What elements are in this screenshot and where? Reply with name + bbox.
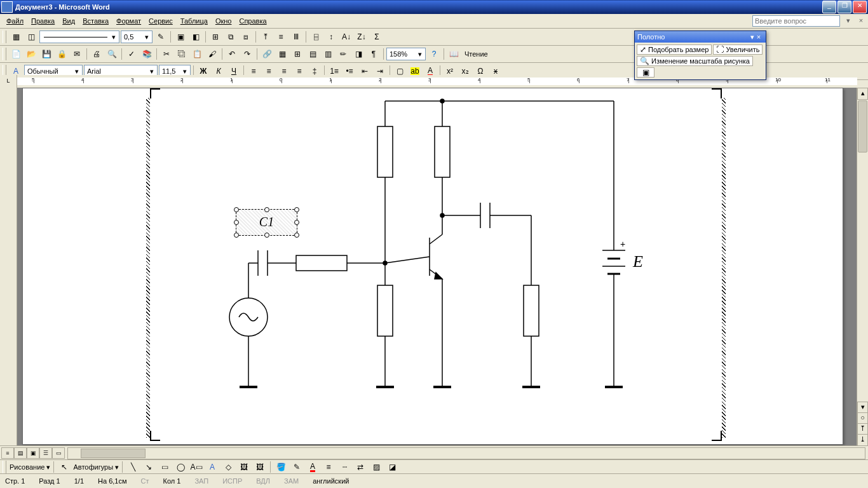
border-color-icon[interactable]: ✎ xyxy=(154,30,168,44)
zoom-combo[interactable]: 158%▾ xyxy=(386,48,426,60)
merge-cells-icon[interactable]: ⧉ xyxy=(224,30,238,44)
show-marks-icon[interactable]: ¶ xyxy=(367,47,381,61)
save-icon[interactable]: 💾 xyxy=(39,47,53,61)
dash-style-icon[interactable]: ┄ xyxy=(337,460,351,474)
minimize-button[interactable]: _ xyxy=(822,1,836,13)
draw-table-icon[interactable]: ▦ xyxy=(9,30,23,44)
undo-icon[interactable]: ↶ xyxy=(225,47,239,61)
picture-icon[interactable]: 🖼 xyxy=(253,460,267,474)
drawing-icon[interactable]: ✏ xyxy=(336,47,350,61)
status-ovr[interactable]: ЗАМ xyxy=(283,477,300,485)
toolbar-grip[interactable] xyxy=(3,48,6,60)
menu-format[interactable]: Формат xyxy=(112,16,145,26)
vertical-scrollbar[interactable]: ▴ ▾ ○ ⤒ ⤓ xyxy=(857,88,868,446)
menu-file[interactable]: Файл xyxy=(3,16,27,26)
normal-view-icon[interactable]: ≡ xyxy=(1,447,14,459)
scroll-up-icon[interactable]: ▴ xyxy=(857,88,868,100)
redo-icon[interactable]: ↷ xyxy=(240,47,254,61)
menu-edit[interactable]: Правка xyxy=(27,16,58,26)
text-direction-icon[interactable]: ↕ xyxy=(324,30,338,44)
textbox-tool-icon[interactable]: A▭ xyxy=(189,460,203,474)
close-button[interactable]: ✕ xyxy=(853,1,867,13)
ruler-corner[interactable]: L xyxy=(0,75,17,88)
3d-icon[interactable]: ◪ xyxy=(385,460,399,474)
scroll-thumb[interactable] xyxy=(858,100,867,152)
reading-label[interactable]: Чтение xyxy=(462,50,491,58)
format-painter-icon[interactable]: 🖌 xyxy=(205,47,219,61)
cut-icon[interactable]: ✂ xyxy=(159,47,173,61)
oval-tool-icon[interactable]: ◯ xyxy=(173,460,187,474)
status-rec[interactable]: ЗАП xyxy=(193,477,210,485)
line-style-icon[interactable]: ≡ xyxy=(322,460,336,474)
fill-color-icon[interactable]: 🪣 xyxy=(274,460,288,474)
open-icon[interactable]: 📂 xyxy=(24,47,38,61)
canvas-scale-button[interactable]: 🔍Изменение масштаба рисунка xyxy=(637,56,753,66)
outside-border-icon[interactable]: ▣ xyxy=(173,30,187,44)
wordart-icon[interactable]: A xyxy=(205,460,219,474)
document-area[interactable]: C1 E xyxy=(17,88,857,446)
toolbar-grip[interactable] xyxy=(3,30,6,43)
distribute-cols-icon[interactable]: Ⅲ xyxy=(289,30,303,44)
permission-icon[interactable]: 🔒 xyxy=(55,47,69,61)
menu-table[interactable]: Таблица xyxy=(177,16,212,26)
menu-close[interactable]: × xyxy=(857,17,865,25)
paste-icon[interactable]: 📋 xyxy=(190,47,204,61)
canvas-expand-button[interactable]: ⛶Увеличить xyxy=(713,44,763,55)
menu-help[interactable]: Справка xyxy=(235,16,270,26)
horizontal-scrollbar[interactable] xyxy=(67,447,865,459)
status-lang[interactable]: английский xyxy=(311,477,350,485)
outline-view-icon[interactable]: ☰ xyxy=(39,447,52,459)
distribute-rows-icon[interactable]: ≡ xyxy=(274,30,288,44)
print-icon[interactable]: 🖨 xyxy=(90,47,104,61)
excel-icon[interactable]: ▤ xyxy=(306,47,320,61)
web-view-icon[interactable]: ▤ xyxy=(14,447,27,459)
menu-insert[interactable]: Вставка xyxy=(79,16,112,26)
hscroll-thumb[interactable] xyxy=(81,449,146,458)
sort-desc-icon[interactable]: Z↓ xyxy=(355,30,369,44)
menu-tools[interactable]: Сервис xyxy=(145,16,177,26)
print-view-icon[interactable]: ▣ xyxy=(27,447,39,459)
shadow-icon[interactable]: ▨ xyxy=(369,460,383,474)
line-tool-icon[interactable]: ╲ xyxy=(126,460,140,474)
canvas-panel[interactable]: Полотно ▾ × ⤢Подобрать размер ⛶Увеличить… xyxy=(634,30,766,80)
canvas-panel-close-icon[interactable]: × xyxy=(754,33,763,41)
restore-button[interactable]: ❐ xyxy=(837,1,851,13)
mail-icon[interactable]: ✉ xyxy=(70,47,84,61)
autosum-icon[interactable]: Σ xyxy=(370,30,384,44)
status-ext[interactable]: ВДЛ xyxy=(255,477,271,485)
vertical-ruler[interactable] xyxy=(0,88,17,446)
hyperlink-icon[interactable]: 🔗 xyxy=(260,47,274,61)
new-icon[interactable]: 📄 xyxy=(9,47,23,61)
circuit-diagram[interactable]: + xyxy=(23,88,843,444)
autoshapes-menu[interactable]: Автофигуры ▾ xyxy=(73,463,119,471)
font-color2-icon[interactable]: A xyxy=(306,460,320,474)
line-style-combo[interactable]: ▾ xyxy=(39,30,119,43)
doc-map-icon[interactable]: ◨ xyxy=(351,47,365,61)
menu-chevron[interactable]: ▾ xyxy=(844,17,853,25)
sort-asc-icon[interactable]: A↓ xyxy=(339,30,353,44)
tables-borders-icon[interactable]: ▦ xyxy=(275,47,289,61)
status-trk[interactable]: ИСПР xyxy=(221,477,243,485)
spelling-icon[interactable]: ✓ xyxy=(125,47,139,61)
align-top-icon[interactable]: ⤒ xyxy=(259,30,273,44)
canvas-panel-header[interactable]: Полотно ▾ × xyxy=(635,31,766,43)
arrow-style-icon[interactable]: ⇄ xyxy=(353,460,367,474)
drawing-menu[interactable]: Рисование ▾ xyxy=(10,463,50,471)
copy-icon[interactable]: ⿻ xyxy=(175,47,189,61)
ask-question-input[interactable] xyxy=(752,15,840,27)
canvas-wrap-icon[interactable]: ▣ xyxy=(637,67,654,78)
menu-view[interactable]: Вид xyxy=(58,16,79,26)
arrow-tool-icon[interactable]: ↘ xyxy=(142,460,156,474)
next-page-icon[interactable]: ⤓ xyxy=(857,434,868,446)
toolbar-grip[interactable] xyxy=(3,461,6,473)
rectangle-tool-icon[interactable]: ▭ xyxy=(158,460,172,474)
insert-table2-icon[interactable]: ⊞ xyxy=(290,47,304,61)
canvas-fit-button[interactable]: ⤢Подобрать размер xyxy=(637,44,712,55)
reading-view-icon[interactable]: ▭ xyxy=(52,447,65,459)
print-preview-icon[interactable]: 🔍 xyxy=(105,47,119,61)
menu-window[interactable]: Окно xyxy=(212,16,236,26)
line-weight-combo[interactable]: 0,5▾ xyxy=(121,30,153,43)
select-objects-icon[interactable]: ↖ xyxy=(57,460,71,474)
clipart-icon[interactable]: 🖼 xyxy=(237,460,251,474)
split-cells-icon[interactable]: ⧈ xyxy=(239,30,253,44)
